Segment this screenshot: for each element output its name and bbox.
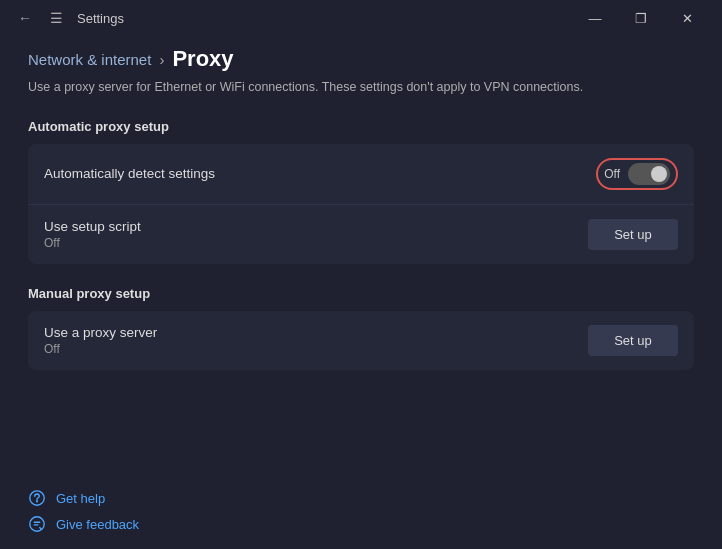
- footer: Get help Give feedback: [28, 477, 694, 533]
- proxy-server-setup-button[interactable]: Set up: [588, 325, 678, 356]
- titlebar-nav: ← ☰: [12, 8, 69, 28]
- app-title: Settings: [77, 11, 572, 26]
- menu-button[interactable]: ☰: [44, 8, 69, 28]
- back-button[interactable]: ←: [12, 8, 38, 28]
- breadcrumb: Network & internet › Proxy: [28, 46, 694, 72]
- breadcrumb-separator: ›: [159, 51, 164, 68]
- proxy-server-value: Off: [44, 342, 157, 356]
- proxy-server-label: Use a proxy server: [44, 325, 157, 340]
- give-feedback-label: Give feedback: [56, 517, 139, 532]
- auto-detect-label: Automatically detect settings: [44, 166, 215, 181]
- maximize-button[interactable]: ❐: [618, 3, 664, 33]
- help-icon: [28, 489, 46, 507]
- toggle-knob: [651, 166, 667, 182]
- setup-script-row: Use setup script Off Set up: [28, 205, 694, 264]
- automatic-section-label: Automatic proxy setup: [28, 119, 694, 134]
- manual-section-label: Manual proxy setup: [28, 286, 694, 301]
- setup-script-button[interactable]: Set up: [588, 219, 678, 250]
- automatic-proxy-card: Automatically detect settings Off Use se…: [28, 144, 694, 264]
- page-subtitle: Use a proxy server for Ethernet or WiFi …: [28, 78, 694, 97]
- main-content: Network & internet › Proxy Use a proxy s…: [0, 36, 722, 549]
- breadcrumb-parent[interactable]: Network & internet: [28, 51, 151, 68]
- breadcrumb-current: Proxy: [172, 46, 233, 72]
- setup-script-label: Use setup script: [44, 219, 141, 234]
- get-help-link[interactable]: Get help: [28, 489, 694, 507]
- auto-detect-toggle[interactable]: [628, 163, 670, 185]
- close-button[interactable]: ✕: [664, 3, 710, 33]
- auto-detect-toggle-wrapper[interactable]: Off: [596, 158, 678, 190]
- titlebar: ← ☰ Settings — ❐ ✕: [0, 0, 722, 36]
- toggle-off-label: Off: [604, 167, 620, 181]
- auto-detect-row: Automatically detect settings Off: [28, 144, 694, 205]
- get-help-label: Get help: [56, 491, 105, 506]
- proxy-server-row: Use a proxy server Off Set up: [28, 311, 694, 370]
- minimize-button[interactable]: —: [572, 3, 618, 33]
- feedback-icon: [28, 515, 46, 533]
- window-controls: — ❐ ✕: [572, 3, 710, 33]
- manual-proxy-card: Use a proxy server Off Set up: [28, 311, 694, 370]
- setup-script-value: Off: [44, 236, 141, 250]
- give-feedback-link[interactable]: Give feedback: [28, 515, 694, 533]
